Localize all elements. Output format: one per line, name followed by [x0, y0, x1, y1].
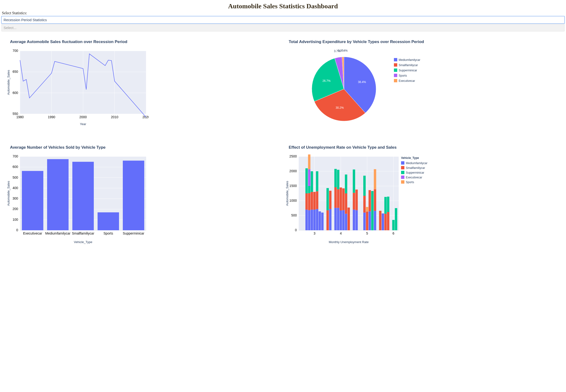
svg-text:2020: 2020	[142, 115, 148, 119]
svg-rect-125	[353, 193, 355, 210]
svg-rect-104	[319, 211, 321, 230]
svg-rect-135	[368, 190, 371, 211]
svg-text:Smallfamiliycar: Smallfamiliycar	[72, 231, 94, 235]
svg-rect-146	[392, 220, 395, 230]
svg-text:Executivecar: Executivecar	[399, 79, 415, 83]
svg-rect-97	[311, 192, 313, 210]
svg-text:Vehicle_Type: Vehicle_Type	[74, 240, 92, 244]
svg-text:2500: 2500	[290, 154, 297, 158]
svg-text:1990: 1990	[48, 115, 55, 119]
svg-rect-113	[337, 208, 339, 230]
svg-rect-138	[374, 189, 376, 211]
svg-text:Supperminicar: Supperminicar	[406, 171, 424, 174]
svg-text:550: 550	[13, 112, 18, 116]
svg-text:3: 3	[313, 231, 315, 235]
chart-panel-unemp-bar: Effect of Unemployment Rate on Vehicle T…	[284, 142, 560, 254]
svg-rect-111	[334, 187, 337, 208]
svg-text:600: 600	[13, 165, 18, 169]
svg-text:Supperminicar: Supperminicar	[123, 231, 145, 235]
svg-rect-129	[363, 213, 366, 230]
svg-rect-118	[342, 210, 345, 230]
svg-rect-98	[311, 171, 313, 192]
svg-text:2000: 2000	[79, 115, 87, 119]
svg-rect-136	[371, 191, 374, 230]
svg-rect-153	[401, 166, 404, 169]
statistics-label: Select Statistics:	[2, 11, 564, 15]
year-select[interactable]: Select...	[1, 24, 565, 31]
page-title: Automobile Sales Statistics Dashboard	[0, 2, 566, 10]
svg-text:Year: Year	[80, 122, 87, 126]
chart-title: Total Advertising Expenditure by Vehicle…	[289, 40, 560, 44]
svg-text:Automobile_Sales: Automobile_Sales	[285, 181, 289, 206]
chart-panel-sales-line: Average Automobile Sales fluctuation ove…	[6, 36, 282, 139]
chart-pie[interactable]: 38.4%30.2%26.7%3.7%0.954%Mediumfamilycar…	[284, 49, 437, 139]
chart-bar[interactable]: 0100200300400500600700ExecutivecarMedium…	[6, 154, 148, 254]
svg-rect-159	[401, 180, 404, 184]
svg-rect-101	[316, 209, 318, 230]
svg-rect-108	[329, 209, 332, 230]
svg-rect-132	[366, 212, 368, 230]
statistics-select[interactable]: Recession Period Statistics	[1, 16, 565, 24]
svg-text:700: 700	[13, 49, 18, 53]
svg-rect-120	[345, 214, 347, 230]
svg-text:6: 6	[392, 231, 394, 235]
svg-rect-142	[384, 214, 387, 230]
svg-rect-54	[22, 171, 43, 230]
svg-text:Executivecar: Executivecar	[23, 231, 42, 235]
svg-rect-26	[394, 58, 397, 61]
svg-rect-105	[321, 213, 323, 230]
svg-rect-121	[345, 193, 347, 214]
svg-rect-30	[394, 69, 397, 72]
svg-rect-145	[387, 197, 389, 212]
svg-text:30.2%: 30.2%	[336, 106, 344, 109]
svg-rect-144	[387, 212, 389, 230]
svg-rect-96	[311, 210, 313, 230]
chart-line[interactable]: 19801990200020102020550600650700YearAuto…	[6, 49, 148, 139]
svg-text:2000: 2000	[290, 169, 297, 173]
svg-rect-117	[340, 187, 342, 210]
chart-title: Average Automobile Sales fluctuation ove…	[10, 40, 282, 44]
svg-rect-28	[394, 63, 397, 67]
svg-rect-107	[327, 188, 329, 210]
svg-rect-58	[72, 162, 94, 230]
svg-text:300: 300	[13, 196, 18, 200]
svg-text:4: 4	[340, 231, 342, 235]
svg-rect-93	[308, 186, 310, 193]
svg-rect-122	[345, 175, 347, 193]
svg-text:600: 600	[13, 91, 18, 95]
svg-text:Automobile_Sales: Automobile_Sales	[7, 181, 10, 206]
svg-rect-131	[363, 176, 366, 196]
svg-text:38.4%: 38.4%	[358, 80, 366, 84]
svg-rect-127	[355, 210, 358, 230]
svg-rect-91	[308, 210, 310, 230]
svg-rect-56	[47, 159, 69, 230]
svg-text:1980: 1980	[16, 115, 24, 119]
svg-rect-99	[313, 210, 316, 230]
svg-rect-109	[329, 191, 332, 209]
svg-rect-32	[394, 74, 397, 77]
svg-rect-147	[395, 208, 397, 230]
svg-rect-60	[98, 212, 119, 230]
svg-rect-130	[363, 196, 366, 213]
svg-rect-139	[374, 169, 376, 189]
svg-text:2010: 2010	[111, 115, 118, 119]
svg-rect-62	[123, 161, 144, 230]
svg-text:700: 700	[13, 154, 18, 158]
svg-text:5: 5	[366, 231, 368, 235]
svg-text:0.954%: 0.954%	[338, 49, 348, 52]
svg-text:Sports: Sports	[399, 74, 407, 77]
svg-rect-106	[327, 210, 329, 230]
svg-rect-90	[305, 168, 308, 193]
chart-stacked-bar[interactable]: 050010001500200025003456Monthly Unemploy…	[284, 154, 437, 254]
svg-rect-140	[379, 211, 381, 230]
svg-rect-94	[308, 169, 310, 186]
chart-title: Average Number of Vehicles Sold by Vehic…	[10, 145, 282, 150]
svg-text:26.7%: 26.7%	[322, 79, 331, 83]
svg-text:500: 500	[291, 213, 297, 217]
svg-text:Executivecar: Executivecar	[406, 176, 422, 179]
svg-rect-103	[316, 171, 318, 191]
svg-rect-141	[382, 213, 384, 230]
svg-rect-151	[401, 161, 404, 165]
svg-text:Mediumfamilycar: Mediumfamilycar	[406, 162, 427, 165]
svg-rect-119	[342, 188, 345, 210]
